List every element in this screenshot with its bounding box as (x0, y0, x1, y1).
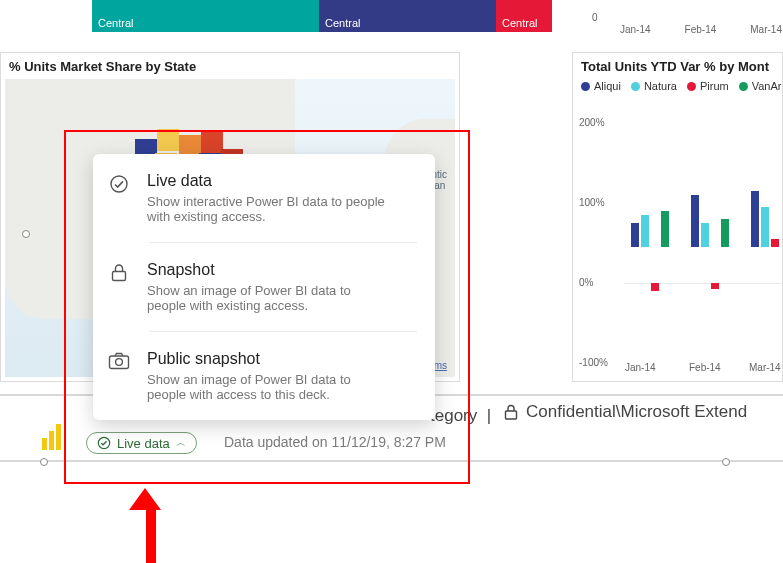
lock-icon (504, 404, 518, 420)
legend-item: Aliqui (581, 80, 621, 92)
data-mode-popup: Live data Show interactive Power BI data… (93, 154, 435, 420)
region-bar-row: Central Central Central (92, 0, 552, 32)
bar (721, 219, 729, 247)
region-bar-central-3: Central (496, 0, 552, 32)
powerbi-logo-icon (42, 424, 62, 450)
y-tick: 0% (579, 277, 593, 288)
popup-item-desc: Show an image of Power BI data to people… (147, 372, 387, 402)
selection-handle[interactable] (22, 230, 30, 238)
category-tail-text: tegory | (430, 406, 491, 426)
chart-card[interactable]: Total Units YTD Var % by Mont Aliqui Nat… (572, 52, 783, 382)
region-bar-central-2: Central (319, 0, 496, 32)
selection-handle[interactable] (40, 458, 48, 466)
legend-dot (739, 82, 748, 91)
y-tick: 200% (579, 117, 605, 128)
confidential-row: Confidential\Microsoft Extend (504, 402, 747, 422)
mini-axis-labels: Jan-14 Feb-14 Mar-14 (572, 24, 783, 35)
confidential-label: Confidential\Microsoft Extend (526, 402, 747, 422)
chip-label: Live data (117, 436, 170, 451)
legend-item: VanAr (739, 80, 782, 92)
legend-label: Aliqui (594, 80, 621, 92)
svg-rect-1 (49, 431, 54, 450)
annotation-arrow (140, 488, 161, 563)
popup-item-title: Public snapshot (147, 350, 399, 368)
legend-label: Natura (644, 80, 677, 92)
legend-dot (631, 82, 640, 91)
x-tick: Feb-14 (689, 362, 721, 373)
popup-item-public-snapshot[interactable]: Public snapshot Show an image of Power B… (149, 331, 417, 420)
map-title: % Units Market Share by State (1, 53, 459, 74)
svg-point-8 (116, 359, 123, 366)
legend-label: VanAr (752, 80, 782, 92)
chart-legend: Aliqui Natura Pirum VanAr (573, 74, 782, 92)
svg-rect-2 (56, 424, 61, 450)
svg-rect-6 (113, 272, 126, 281)
y-tick: 100% (579, 197, 605, 208)
selection-handle[interactable] (722, 458, 730, 466)
bar (701, 223, 709, 247)
region-bar-central-1: Central (92, 0, 319, 32)
camera-icon (107, 350, 131, 402)
bar (641, 215, 649, 247)
y-tick: -100% (579, 357, 608, 368)
svg-rect-3 (506, 411, 517, 419)
bar (651, 283, 659, 291)
bar (761, 207, 769, 247)
svg-rect-0 (42, 438, 47, 450)
category-tail: tegory (430, 406, 477, 425)
bar (711, 283, 719, 289)
region-label: Central (98, 17, 133, 29)
bar (771, 239, 779, 247)
region-label: Central (325, 17, 360, 29)
mini-axis-tick: Jan-14 (620, 24, 651, 35)
popup-item-desc: Show an image of Power BI data to people… (147, 283, 387, 313)
footer-separator: | (487, 406, 491, 425)
live-data-chip[interactable]: Live data ︿ (86, 432, 197, 454)
chevron-up-icon: ︿ (176, 436, 186, 450)
legend-label: Pirum (700, 80, 729, 92)
bar (631, 223, 639, 247)
lock-icon (107, 261, 131, 313)
svg-point-5 (111, 176, 127, 192)
data-updated-text: Data updated on 11/12/19, 8:27 PM (224, 434, 446, 450)
chart-bars (625, 117, 782, 337)
mini-axis-tick: Mar-14 (750, 24, 782, 35)
legend-item: Pirum (687, 80, 729, 92)
x-tick: Jan-14 (625, 362, 656, 373)
legend-dot (581, 82, 590, 91)
popup-item-title: Live data (147, 172, 417, 190)
canvas: Central Central Central 0 Jan-14 Feb-14 … (0, 0, 783, 563)
bar (691, 195, 699, 247)
popup-item-live-data[interactable]: Live data Show interactive Power BI data… (93, 154, 435, 242)
popup-item-title: Snapshot (147, 261, 399, 279)
legend-item: Natura (631, 80, 677, 92)
bar (661, 211, 669, 247)
check-circle-icon (107, 172, 131, 224)
svg-rect-7 (110, 356, 129, 369)
popup-item-desc: Show interactive Power BI data to people… (147, 194, 387, 224)
chart-title: Total Units YTD Var % by Mont (573, 53, 782, 74)
bar (751, 191, 759, 247)
region-label: Central (502, 17, 537, 29)
popup-item-snapshot[interactable]: Snapshot Show an image of Power BI data … (149, 242, 417, 331)
mini-axis-tick: Feb-14 (685, 24, 717, 35)
chart-plot-area: 200% 100% 0% -100% Jan (581, 117, 782, 373)
x-tick: Mar-14 (749, 362, 781, 373)
legend-dot (687, 82, 696, 91)
check-circle-icon (97, 436, 111, 450)
mini-axis-zero: 0 (592, 12, 598, 23)
